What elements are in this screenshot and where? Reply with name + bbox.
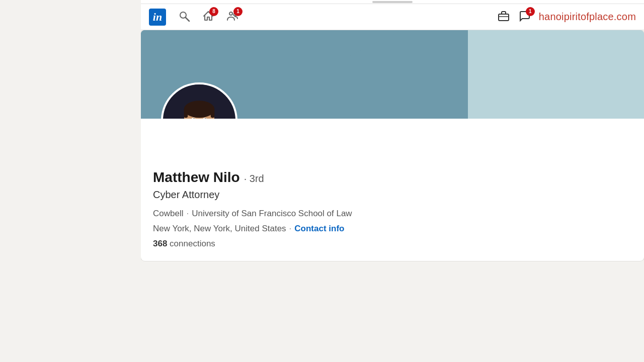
external-domain-text: hanoipiritofplace.com xyxy=(539,11,636,23)
scroll-thumb xyxy=(372,1,413,3)
contact-info-link[interactable]: Contact info xyxy=(294,224,344,234)
jobs-button[interactable] xyxy=(497,10,511,24)
profile-location-contact: New York, New York, United States · Cont… xyxy=(153,224,632,234)
network-badge: 1 xyxy=(233,7,243,16)
profile-title: Cyber Attorney xyxy=(153,189,632,201)
nav-icons: 8 1 xyxy=(178,10,238,24)
network-button[interactable]: 1 xyxy=(226,10,238,24)
profile-location: New York, New York, United States xyxy=(153,224,286,234)
profile-name-row: Matthew Nilo · 3rd xyxy=(153,169,632,186)
profile-name: Matthew Nilo xyxy=(153,169,240,186)
profile-school: University of San Francisco School of La… xyxy=(192,209,352,219)
main-content: Matthew Nilo · 3rd Cyber Attorney Cowbel… xyxy=(141,30,644,362)
nav-right: 1 hanoipiritofplace.com xyxy=(497,10,636,24)
search-icon xyxy=(178,10,190,22)
profile-company: Cowbell xyxy=(153,209,183,219)
navbar: in 8 1 xyxy=(141,4,644,30)
svg-point-12 xyxy=(184,101,215,118)
scroll-bar xyxy=(141,0,644,4)
linkedin-logo-letter: in xyxy=(153,12,162,23)
profile-photo-wrap xyxy=(161,82,237,119)
profile-card: Matthew Nilo · 3rd Cyber Attorney Cowbel… xyxy=(141,30,644,261)
messaging-badge: 1 xyxy=(526,7,535,16)
connections-row: 368 connections xyxy=(153,239,632,249)
banner-light xyxy=(468,30,644,119)
connections-text: connections xyxy=(170,239,215,248)
profile-company-school: Cowbell · University of San Francisco Sc… xyxy=(153,209,632,219)
profile-banner xyxy=(141,30,644,119)
svg-line-1 xyxy=(186,18,189,21)
briefcase-icon xyxy=(497,10,511,22)
profile-degree: · 3rd xyxy=(244,173,264,185)
separator-1: · xyxy=(186,209,189,219)
svg-rect-14 xyxy=(211,108,215,118)
messaging-button[interactable]: 1 xyxy=(519,10,531,24)
linkedin-logo[interactable]: in xyxy=(149,9,166,26)
connections-count: 368 xyxy=(153,239,167,248)
profile-avatar-svg xyxy=(163,82,235,119)
separator-2: · xyxy=(289,224,292,234)
left-sidebar xyxy=(0,30,141,362)
home-badge: 8 xyxy=(209,7,218,16)
search-button[interactable] xyxy=(178,10,190,24)
profile-info: Matthew Nilo · 3rd Cyber Attorney Cowbel… xyxy=(141,119,644,261)
banner-arc xyxy=(221,30,403,119)
svg-rect-4 xyxy=(499,14,509,21)
svg-rect-13 xyxy=(184,108,188,118)
page-container: Matthew Nilo · 3rd Cyber Attorney Cowbel… xyxy=(0,30,644,362)
svg-point-2 xyxy=(229,12,232,15)
profile-photo[interactable] xyxy=(161,82,237,119)
home-button[interactable]: 8 xyxy=(202,10,214,24)
